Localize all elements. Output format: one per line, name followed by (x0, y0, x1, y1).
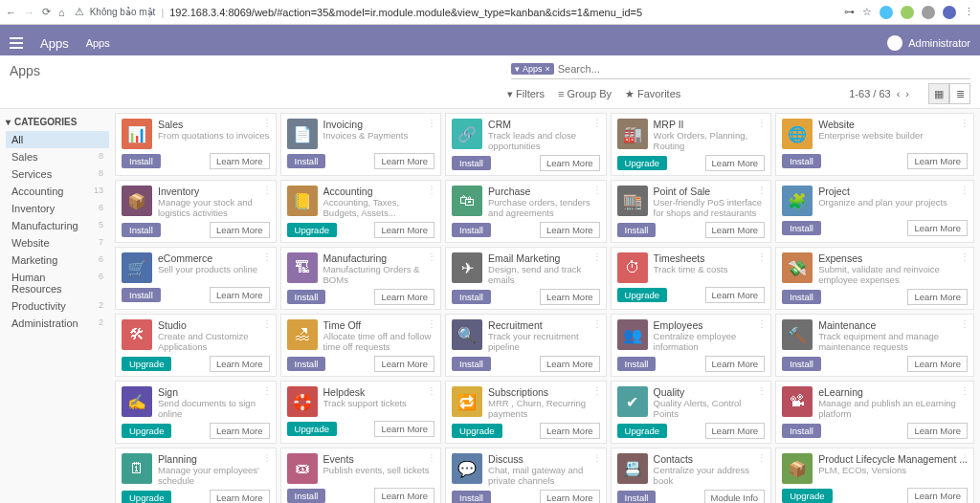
upgrade-button[interactable]: Upgrade (452, 424, 501, 438)
card-menu-icon[interactable]: ⋮ (757, 118, 767, 128)
list-view-btn[interactable]: ≣ (949, 83, 970, 104)
app-card[interactable]: ⋮🛒eCommerceSell your products onlineInst… (115, 247, 277, 310)
app-card[interactable]: ⋮📒AccountingAccounting, Taxes, Budgets, … (280, 180, 442, 243)
learn-more-button[interactable]: Learn More (374, 153, 434, 169)
learn-more-button[interactable]: Learn More (907, 153, 968, 169)
install-button[interactable]: Install (782, 221, 821, 235)
card-menu-icon[interactable]: ⋮ (262, 385, 272, 396)
upgrade-button[interactable]: Upgrade (782, 489, 832, 503)
card-menu-icon[interactable]: ⋮ (757, 318, 767, 329)
kanban-view-btn[interactable]: ▦ (928, 83, 949, 104)
app-card[interactable]: ⋮🌐WebsiteEnterprise website builderInsta… (775, 113, 974, 176)
upgrade-button[interactable]: Upgrade (287, 223, 337, 237)
app-card[interactable]: ⋮⏱TimesheetsTrack time & costsUpgradeLea… (611, 247, 772, 310)
card-menu-icon[interactable]: ⋮ (592, 185, 602, 195)
app-card[interactable]: ⋮🗓PlanningManage your employees' schedul… (115, 448, 277, 503)
home-icon[interactable]: ⌂ (58, 7, 65, 18)
app-card[interactable]: ⋮🛟HelpdeskTrack support ticketsUpgradeLe… (280, 381, 442, 444)
sidebar-item-all[interactable]: All (6, 131, 109, 148)
ext3-icon[interactable] (922, 6, 935, 19)
card-menu-icon[interactable]: ⋮ (262, 452, 272, 463)
sidebar-item-accounting[interactable]: Accounting13 (6, 183, 109, 200)
learn-more-button[interactable]: Learn More (907, 488, 968, 503)
sidebar-item-marketing[interactable]: Marketing6 (6, 252, 109, 269)
learn-more-button[interactable]: Learn More (540, 423, 600, 439)
card-menu-icon[interactable]: ⋮ (427, 318, 436, 329)
learn-more-button[interactable]: Learn More (907, 356, 968, 372)
card-menu-icon[interactable]: ⋮ (960, 318, 969, 329)
app-card[interactable]: ⋮🔨MaintenanceTrack equipment and manage … (775, 314, 974, 377)
upgrade-button[interactable]: Upgrade (122, 491, 171, 503)
app-card[interactable]: ⋮🏭MRP IIWork Orders, Planning, RoutingUp… (611, 113, 772, 176)
install-button[interactable]: Install (782, 290, 821, 304)
card-menu-icon[interactable]: ⋮ (262, 318, 272, 329)
install-button[interactable]: Install (287, 357, 326, 371)
upgrade-button[interactable]: Upgrade (122, 424, 171, 438)
card-menu-icon[interactable]: ⋮ (960, 118, 969, 128)
ext4-icon[interactable] (943, 6, 956, 19)
card-menu-icon[interactable]: ⋮ (427, 252, 436, 262)
upgrade-button[interactable]: Upgrade (617, 288, 667, 302)
install-button[interactable]: Install (617, 491, 657, 503)
install-button[interactable]: Install (617, 223, 657, 237)
card-menu-icon[interactable]: ⋮ (960, 252, 969, 262)
card-menu-icon[interactable]: ⋮ (262, 118, 272, 128)
card-menu-icon[interactable]: ⋮ (757, 452, 767, 463)
card-menu-icon[interactable]: ⋮ (592, 452, 602, 463)
card-menu-icon[interactable]: ⋮ (592, 318, 602, 329)
app-card[interactable]: ⋮📽eLearningManage and publish an eLearni… (775, 381, 974, 444)
learn-more-button[interactable]: Learn More (540, 356, 600, 372)
favorites-btn[interactable]: ★ Favorites (625, 88, 680, 100)
key-icon[interactable]: ⊶ (844, 6, 855, 18)
app-card[interactable]: ⋮🔍RecruitmentTrack your recruitment pipe… (445, 314, 607, 377)
card-menu-icon[interactable]: ⋮ (757, 185, 767, 195)
learn-more-button[interactable]: Learn More (540, 289, 600, 305)
install-button[interactable]: Install (617, 357, 657, 371)
learn-more-button[interactable]: Learn More (705, 155, 766, 171)
hamburger-icon[interactable] (10, 37, 23, 49)
ext2-icon[interactable] (901, 6, 914, 19)
sidebar-item-inventory[interactable]: Inventory6 (6, 200, 109, 217)
learn-more-button[interactable]: Learn More (374, 222, 434, 238)
upgrade-button[interactable]: Upgrade (617, 156, 667, 170)
learn-more-button[interactable]: Learn More (210, 153, 270, 169)
app-card[interactable]: ⋮💬DiscussChat, mail gateway and private … (445, 448, 607, 503)
facet-remove-icon[interactable]: × (546, 64, 550, 74)
learn-more-button[interactable]: Learn More (907, 423, 968, 439)
install-button[interactable]: Install (287, 489, 326, 503)
learn-more-button[interactable]: Learn More (907, 220, 968, 236)
install-button[interactable]: Install (122, 154, 161, 168)
learn-more-button[interactable]: Learn More (210, 356, 270, 372)
reload-icon[interactable]: ⟳ (42, 6, 51, 18)
install-button[interactable]: Install (122, 223, 161, 237)
upgrade-button[interactable]: Upgrade (287, 422, 337, 436)
learn-more-button[interactable]: Learn More (374, 289, 434, 305)
app-card[interactable]: ⋮🔁SubscriptionsMRR , Churn, Recurring pa… (445, 381, 607, 444)
app-card[interactable]: ⋮✔QualityQuality Alerts, Control PointsU… (611, 381, 772, 444)
app-card[interactable]: ⋮📄InvoicingInvoices & PaymentsInstallLea… (280, 113, 442, 176)
card-menu-icon[interactable]: ⋮ (592, 252, 602, 262)
install-button[interactable]: Install (452, 223, 491, 237)
sidebar-item-productivity[interactable]: Productivity2 (6, 297, 109, 315)
sidebar-item-sales[interactable]: Sales8 (6, 148, 109, 165)
learn-more-button[interactable]: Learn More (705, 423, 766, 439)
app-card[interactable]: ⋮🔗CRMTrack leads and close opportunities… (445, 113, 607, 176)
app-card[interactable]: ⋮👥EmployeesCentralize employee informati… (611, 314, 772, 377)
learn-more-button[interactable]: Learn More (540, 490, 600, 503)
learn-more-button[interactable]: Learn More (210, 423, 270, 439)
learn-more-button[interactable]: Learn More (705, 222, 766, 238)
card-menu-icon[interactable]: ⋮ (960, 385, 969, 396)
url-text[interactable]: 192.168.3.4:8069/web/#action=35&model=ir… (169, 7, 642, 18)
filters-btn[interactable]: ▾ Filters (507, 88, 545, 100)
app-card[interactable]: ⋮🎟EventsPublish events, sell ticketsInst… (280, 448, 442, 503)
install-button[interactable]: Install (452, 357, 491, 371)
caret-down-icon[interactable]: ▾ (6, 117, 11, 127)
sidebar-item-website[interactable]: Website7 (6, 234, 109, 252)
search-input[interactable] (554, 61, 970, 77)
ext1-icon[interactable] (880, 6, 893, 19)
menu-apps[interactable]: Apps (86, 37, 110, 49)
app-brand[interactable]: Apps (40, 36, 69, 51)
learn-more-button[interactable]: Learn More (705, 287, 766, 303)
sidebar-item-administration[interactable]: Administration2 (6, 315, 109, 332)
user-menu[interactable]: Administrator (887, 35, 970, 51)
